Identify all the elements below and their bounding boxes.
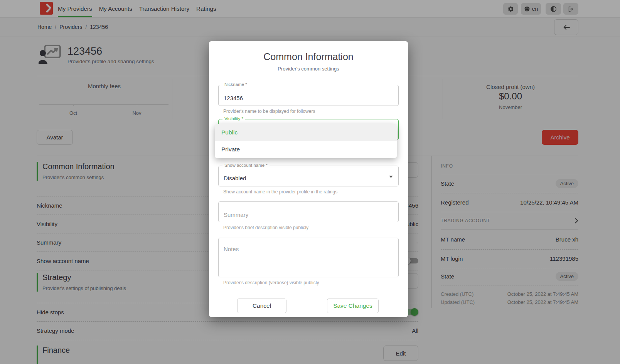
visibility-dropdown-menu: Public Private (215, 124, 397, 158)
modal-title: Common Information (209, 51, 408, 62)
nickname-field[interactable]: Nickname * (218, 85, 399, 106)
field-label: Visibility * (222, 116, 245, 121)
chevron-down-icon (389, 176, 393, 178)
notes-textarea[interactable] (219, 238, 398, 277)
modal-subtitle: Provider's common settings (209, 66, 408, 72)
nickname-helper: Provider's name to be displayed for foll… (223, 109, 315, 114)
nickname-input[interactable] (219, 85, 398, 106)
summary-field[interactable] (218, 201, 399, 222)
cancel-button[interactable]: Cancel (237, 299, 286, 313)
summary-helper: Provider's brief description visible pub… (223, 225, 308, 230)
field-label: Show account name * (222, 163, 270, 168)
visibility-option-public[interactable]: Public (215, 124, 397, 141)
save-changes-button[interactable]: Save Changes (327, 299, 379, 313)
summary-input[interactable] (219, 202, 398, 222)
show-account-name-value: Disabled (224, 175, 246, 181)
page: My Providers My Accounts Transaction His… (0, 0, 620, 364)
notes-helper: Provider's description (verbose) visible… (223, 280, 319, 285)
visibility-option-private[interactable]: Private (215, 141, 397, 158)
common-information-modal: Common Information Provider's common set… (209, 41, 408, 317)
show-account-name-helper: Show account name in the provider profil… (223, 189, 337, 195)
notes-field[interactable] (218, 238, 399, 277)
show-account-name-select[interactable]: Show account name * Disabled (218, 166, 399, 186)
